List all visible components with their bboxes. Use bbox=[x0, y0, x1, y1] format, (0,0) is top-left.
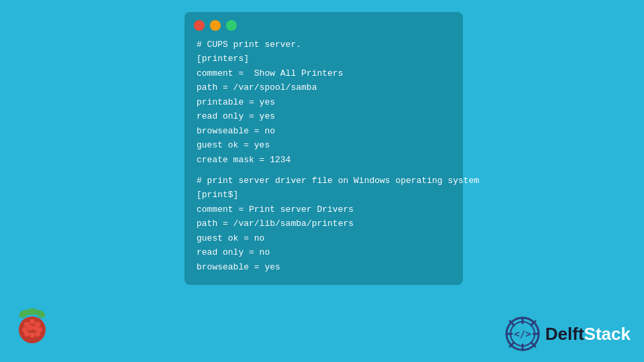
line-11: [print$] bbox=[197, 188, 451, 202]
minimize-dot[interactable] bbox=[210, 20, 221, 31]
line-12: comment = Print server Drivers bbox=[197, 202, 451, 217]
line-9: create mask = 1234 bbox=[197, 153, 451, 167]
line-8: guest ok = yes bbox=[197, 138, 451, 152]
code-content: # CUPS print server. [printers] comment … bbox=[184, 38, 463, 274]
delft-stack-text: DelftStack bbox=[545, 324, 631, 345]
line-3: comment = Show All Printers bbox=[197, 66, 451, 80]
line-15: read only = no bbox=[197, 245, 451, 259]
delft-text-dark: Delft bbox=[545, 324, 584, 344]
close-dot[interactable] bbox=[194, 20, 205, 31]
svg-point-5 bbox=[30, 319, 35, 324]
line-7: browseable = no bbox=[197, 124, 451, 138]
title-bar bbox=[184, 12, 463, 38]
line-6: read only = yes bbox=[197, 109, 451, 123]
raspberry-pi-logo bbox=[12, 308, 52, 349]
svg-point-8 bbox=[28, 325, 33, 330]
delft-text-light: Stack bbox=[584, 324, 631, 344]
line-13: path = /var/lib/samba/printers bbox=[197, 217, 451, 231]
line-2: [printers] bbox=[197, 52, 451, 66]
delft-stack-logo: </> DelftStack bbox=[505, 316, 631, 351]
line-14: guest ok = no bbox=[197, 231, 451, 245]
svg-text:</>: </> bbox=[514, 328, 531, 339]
line-10: # print server driver file on Windows op… bbox=[197, 174, 451, 188]
svg-point-12 bbox=[30, 333, 35, 338]
delft-icon: </> bbox=[505, 316, 540, 351]
line-5: printable = yes bbox=[197, 95, 451, 109]
maximize-dot[interactable] bbox=[226, 20, 237, 31]
terminal-window: # CUPS print server. [printers] comment … bbox=[184, 12, 463, 285]
svg-point-13 bbox=[35, 331, 40, 337]
line-16: browseable = yes bbox=[197, 260, 451, 274]
line-1: # CUPS print server. bbox=[197, 38, 451, 52]
line-4: path = /var/spool/samba bbox=[197, 80, 451, 95]
svg-point-11 bbox=[24, 331, 30, 337]
